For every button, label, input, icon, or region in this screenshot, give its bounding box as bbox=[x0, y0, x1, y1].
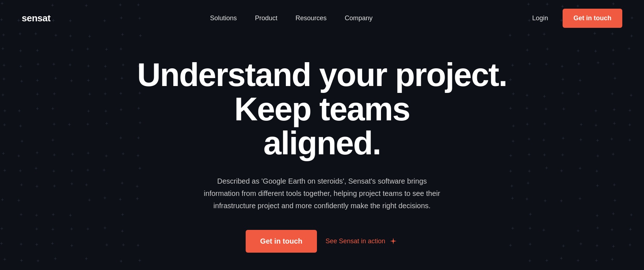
hero-cta-primary-button[interactable]: Get in touch bbox=[246, 230, 317, 253]
hero-buttons: Get in touch See Sensat in action bbox=[246, 230, 398, 253]
nav-links: Solutions Product Resources Company bbox=[210, 14, 373, 22]
nav-item-solutions[interactable]: Solutions bbox=[210, 14, 237, 22]
hero-description: Described as 'Google Earth on steroids',… bbox=[199, 175, 445, 212]
sparkle-icon bbox=[388, 236, 398, 246]
nav-item-product[interactable]: Product bbox=[255, 14, 277, 22]
hero-heading: Understand your project. Keep teams alig… bbox=[105, 58, 539, 160]
navbar: sensat Solutions Product Resources Compa… bbox=[0, 0, 644, 36]
hero-cta-secondary-link[interactable]: See Sensat in action bbox=[326, 236, 398, 246]
nav-item-resources[interactable]: Resources bbox=[296, 14, 327, 22]
brand-logo[interactable]: sensat bbox=[22, 13, 50, 24]
nav-cta-button[interactable]: Get in touch bbox=[563, 9, 622, 28]
nav-item-company[interactable]: Company bbox=[345, 14, 373, 22]
nav-right: Login Get in touch bbox=[532, 9, 622, 28]
login-link[interactable]: Login bbox=[532, 14, 548, 22]
hero-section: Understand your project. Keep teams alig… bbox=[0, 36, 644, 270]
